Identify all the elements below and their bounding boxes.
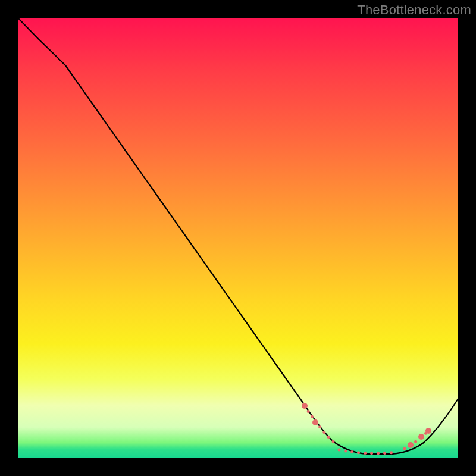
highlight-dot — [312, 419, 318, 425]
highlight-dot — [418, 434, 424, 440]
watermark-text: TheBottleneck.com — [357, 2, 471, 18]
highlight-dot — [408, 442, 414, 448]
chart-frame: TheBottleneck.com — [0, 0, 476, 476]
curve-svg — [18, 18, 458, 458]
highlight-dot — [302, 403, 308, 409]
highlight-left-slope — [305, 406, 333, 441]
highlight-dot — [425, 428, 431, 434]
plot-area — [18, 18, 458, 458]
highlight-valley-flat — [339, 450, 396, 453]
bottleneck-curve — [18, 18, 458, 454]
